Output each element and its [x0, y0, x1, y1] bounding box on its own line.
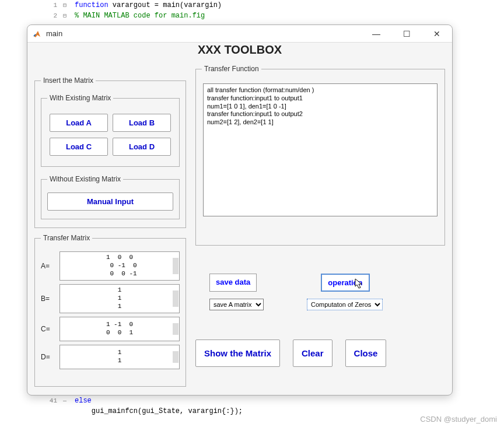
- matlab-icon: [32, 29, 43, 39]
- matrix-c-value: 1 -1 0 0 0 1: [65, 321, 174, 337]
- minimize-button[interactable]: —: [366, 27, 387, 40]
- titlebar[interactable]: main — ☐ ✕: [27, 25, 452, 43]
- matrix-c-label: C=: [41, 325, 60, 333]
- scrollbar-icon[interactable]: [173, 258, 178, 274]
- load-a-button[interactable]: Load A: [50, 114, 108, 132]
- watermark: CSDN @studyer_domi: [420, 415, 497, 424]
- line-num: 1: [46, 2, 63, 9]
- transfer-matrix-group: Transfer Matrix A= 1 0 0 0 -1 0 0 0 -1 B…: [34, 234, 186, 387]
- with-existing-group: With Existing Matrix Load A Load B Load …: [41, 94, 180, 167]
- matrix-a-display[interactable]: 1 0 0 0 -1 0 0 0 -1: [60, 251, 180, 281]
- show-matrix-button[interactable]: Show the Matrix: [195, 340, 280, 367]
- scrollbar-icon[interactable]: [173, 323, 178, 335]
- without-existing-group: Without Existing Matrix Manual Input: [41, 175, 180, 219]
- operation-button[interactable]: operation: [321, 274, 369, 292]
- clear-button[interactable]: Clear: [293, 340, 332, 367]
- save-select[interactable]: save A matrix: [209, 299, 264, 310]
- load-d-button[interactable]: Load D: [113, 138, 171, 156]
- svg-marker-0: [34, 31, 40, 37]
- save-data-button[interactable]: save data: [209, 274, 257, 292]
- matrix-a-label: A=: [41, 262, 60, 270]
- operation-select[interactable]: Computaton of Zeros: [307, 299, 383, 310]
- line-num: 2: [46, 12, 63, 19]
- matrix-c-display[interactable]: 1 -1 0 0 0 1: [60, 317, 180, 341]
- matrix-a-value: 1 0 0 0 -1 0 0 0 -1: [65, 254, 174, 278]
- load-c-button[interactable]: Load C: [50, 138, 108, 156]
- with-existing-legend: With Existing Matrix: [47, 94, 113, 102]
- scrollbar-icon[interactable]: [173, 351, 178, 363]
- insert-matrix-group: Insert the Matrix With Existing Matrix L…: [34, 76, 186, 228]
- matrix-b-value: 1 1 1: [65, 286, 174, 310]
- line-num: 41: [46, 397, 63, 404]
- code-editor-top: 1 ⊟ function varargout = main(varargin) …: [46, 0, 222, 21]
- load-b-button[interactable]: Load B: [113, 114, 171, 132]
- transfer-function-legend: Transfer Function: [202, 65, 261, 73]
- code-line: function varargout = main(varargin): [75, 1, 222, 9]
- tf-line: all transfer function (format:num/den ): [207, 86, 433, 94]
- window-title: main: [46, 29, 62, 38]
- main-window: main — ☐ ✕ XXX TOOLBOX Insert the Matrix…: [27, 24, 453, 396]
- code-line: gui_mainfcn(gui_State, varargin{:});: [75, 407, 243, 415]
- close-button[interactable]: Close: [345, 340, 387, 367]
- maximize-button[interactable]: ☐: [396, 27, 417, 40]
- transfer-function-display[interactable]: all transfer function (format:num/den ) …: [203, 83, 438, 216]
- manual-input-button[interactable]: Manual Input: [47, 192, 173, 211]
- without-existing-legend: Without Existing Matrix: [47, 175, 123, 183]
- matrix-b-label: B=: [41, 295, 60, 303]
- tf-line: transfer function:input1 to output2: [207, 110, 433, 118]
- gutter: —: [63, 398, 75, 404]
- code-line: else: [75, 397, 92, 405]
- matrix-d-value: 1 1: [65, 349, 174, 365]
- tf-line: transfer function:input1 to output1: [207, 94, 433, 103]
- insert-matrix-legend: Insert the Matrix: [41, 76, 96, 85]
- transfer-matrix-legend: Transfer Matrix: [41, 234, 92, 242]
- scrollbar-icon[interactable]: [173, 290, 178, 307]
- close-window-button[interactable]: ✕: [426, 27, 447, 40]
- code-comment: % MAIN MATLAB code for main.fig: [75, 12, 205, 20]
- toolbox-title: XXX TOOLBOX: [27, 43, 452, 59]
- transfer-function-group: Transfer Function all transfer function …: [195, 65, 445, 246]
- tf-line: num1=[1 0 1], den1=[1 0 -1]: [207, 103, 433, 111]
- matrix-d-display[interactable]: 1 1: [60, 345, 180, 369]
- cursor-icon: [355, 278, 364, 290]
- fold-icon: ⊟: [63, 2, 75, 9]
- matrix-d-label: D=: [41, 353, 60, 361]
- matrix-b-display[interactable]: 1 1 1: [60, 284, 180, 313]
- tf-line: num2=[1 2], den2=[1 1]: [207, 118, 433, 127]
- fold-icon: ⊟: [63, 12, 75, 19]
